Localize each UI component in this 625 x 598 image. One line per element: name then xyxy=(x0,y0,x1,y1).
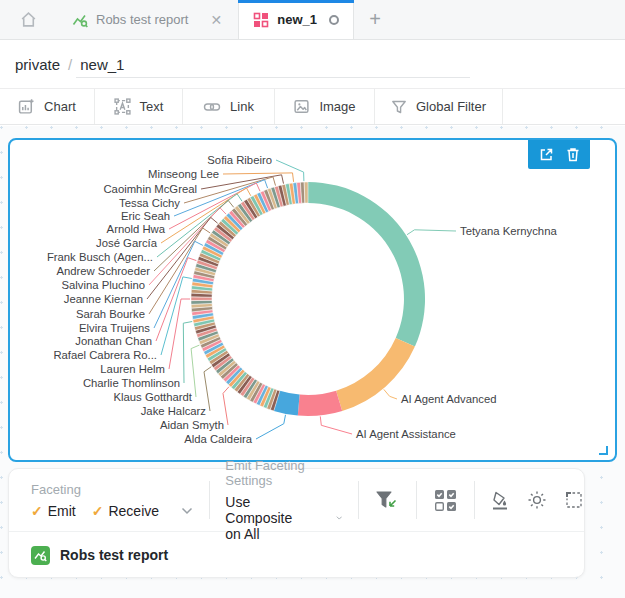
donut-slice[interactable] xyxy=(308,182,425,347)
add-link-button[interactable]: Link xyxy=(183,89,275,124)
style-icon-cluster xyxy=(490,490,584,511)
slice-label: Frank Busch (Agen... xyxy=(47,251,153,263)
label-leader-line xyxy=(256,415,286,439)
emit-settings-title: Emit Faceting Settings xyxy=(225,458,342,488)
fill-color-button[interactable] xyxy=(490,490,510,511)
add-chart-button[interactable]: Chart xyxy=(0,89,95,124)
breadcrumb-folder[interactable]: private xyxy=(15,56,60,73)
title-underline xyxy=(76,77,470,78)
faceting-row: Faceting ✓ Emit ✓ Receive Emit Faceting … xyxy=(9,469,584,531)
report-title-input[interactable]: new_1 xyxy=(80,56,124,73)
label-leader-line xyxy=(276,160,304,181)
slice-label: Caoimhin McGreal xyxy=(103,183,197,195)
slice-label: Elvira Truijens xyxy=(79,322,150,334)
breadcrumb-separator: / xyxy=(68,56,72,73)
tab-label: Robs test report xyxy=(96,12,189,27)
unsaved-indicator-icon xyxy=(329,15,339,25)
slice-label: Jeanne Kiernan xyxy=(64,293,143,305)
chart-add-icon xyxy=(18,98,35,115)
dashboard-canvas: Sofia RibeiroMinseong LeeCaoimhin McGrea… xyxy=(0,126,625,598)
donut-chart: Sofia RibeiroMinseong LeeCaoimhin McGrea… xyxy=(10,140,613,458)
slice-label: Minseong Lee xyxy=(148,168,219,180)
home-icon xyxy=(20,11,37,28)
slice-label: Alda Caldeira xyxy=(184,433,253,445)
filter-emit-icon xyxy=(374,488,400,512)
slice-label: Tessa Cichy xyxy=(119,197,180,209)
fill-color-icon xyxy=(490,490,510,511)
receive-label: Receive xyxy=(108,503,159,519)
breadcrumb: private / new_1 xyxy=(0,40,625,88)
widget-toolbar: Chart Text Link Image Global Filter xyxy=(0,88,625,125)
label-leader-line xyxy=(183,322,192,384)
donut-small-slice[interactable] xyxy=(191,300,212,304)
faceting-receive-toggle[interactable]: ✓ Receive xyxy=(92,503,159,519)
slice-label: Sofia Ribeiro xyxy=(207,154,272,166)
tab-new-1[interactable]: new_1 xyxy=(238,0,354,39)
open-icon[interactable] xyxy=(539,147,554,162)
check-icon: ✓ xyxy=(92,503,104,519)
brightness-button[interactable] xyxy=(527,490,547,510)
check-icon: ✓ xyxy=(31,503,43,519)
donut-slice[interactable] xyxy=(298,391,342,416)
slice-label: Charlie Thomlinson xyxy=(83,377,180,389)
chevron-down-icon xyxy=(336,514,343,522)
new-tab-button[interactable]: + xyxy=(354,0,396,39)
slice-label: AI Agent Advanced xyxy=(401,393,496,405)
tool-label: Link xyxy=(230,99,254,114)
selection-box-button[interactable] xyxy=(564,490,584,510)
tab-label: new_1 xyxy=(277,12,317,27)
toolbar-spacer xyxy=(503,89,625,124)
slice-label: Klaus Gotthardt xyxy=(114,391,193,403)
selection-box-icon xyxy=(564,490,584,510)
label-leader-line xyxy=(407,230,456,235)
tool-label: Image xyxy=(319,99,355,114)
slice-label: Aidan Smyth xyxy=(160,419,224,431)
line-chart-icon xyxy=(72,12,88,28)
chevron-down-icon[interactable] xyxy=(181,507,193,515)
slice-label: José García xyxy=(96,237,158,249)
label-leader-line xyxy=(384,389,397,399)
emit-settings-select[interactable]: Use Composite on All xyxy=(225,494,342,542)
slice-label: Arnold Hwa xyxy=(107,223,166,235)
faceting-emit-toggle[interactable]: ✓ Emit xyxy=(31,503,76,519)
report-chart-icon xyxy=(31,546,50,565)
app-window: { "tabbar": { "tabs": [ { "label": "Robs… xyxy=(0,0,625,598)
emit-settings-value: Use Composite on All xyxy=(225,494,297,542)
dashboard-grid-icon xyxy=(253,12,269,28)
donut-small-slice[interactable] xyxy=(304,182,308,203)
tool-label: Text xyxy=(140,99,164,114)
tool-label: Chart xyxy=(44,99,76,114)
add-global-filter-button[interactable]: Global Filter xyxy=(375,89,503,124)
slice-label: Tetyana Kernychna xyxy=(460,225,557,237)
add-image-button[interactable]: Image xyxy=(275,89,375,124)
label-leader-line xyxy=(320,416,352,434)
home-button[interactable] xyxy=(0,0,56,39)
slice-label: Andrew Schroeder xyxy=(56,265,150,277)
label-leader-line xyxy=(191,345,199,397)
trash-icon[interactable] xyxy=(566,147,580,162)
text-box-icon xyxy=(114,98,131,115)
widget-settings-card: Faceting ✓ Emit ✓ Receive Emit Faceting … xyxy=(8,468,585,578)
brightness-icon xyxy=(527,490,547,510)
label-leader-line xyxy=(169,299,190,369)
widget-action-bar xyxy=(528,140,590,169)
close-tab-icon[interactable]: ✕ xyxy=(211,12,223,28)
tab-bar: Robs test report ✕ new_1 + xyxy=(0,0,625,40)
slice-label: Rafael Cabrera Ro... xyxy=(53,349,157,361)
faceting-title: Faceting xyxy=(31,482,193,497)
filter-icon xyxy=(391,99,407,115)
report-item-label: Robs test report xyxy=(60,547,168,563)
series-checkbox-grid-button[interactable] xyxy=(433,488,458,513)
tool-label: Global Filter xyxy=(416,99,486,114)
slice-label: Eric Seah xyxy=(121,210,170,222)
emit-settings-group: Emit Faceting Settings Use Composite on … xyxy=(225,458,342,542)
link-icon xyxy=(203,98,221,116)
add-text-button[interactable]: Text xyxy=(95,89,183,124)
donut-chart-widget[interactable]: Sofia RibeiroMinseong LeeCaoimhin McGrea… xyxy=(8,138,617,462)
emit-label: Emit xyxy=(48,503,76,519)
faceting-group: Faceting ✓ Emit ✓ Receive xyxy=(31,482,193,519)
tab-robs-test-report[interactable]: Robs test report ✕ xyxy=(56,0,238,39)
slice-label: Jonathan Chan xyxy=(75,335,152,347)
filter-emit-button[interactable] xyxy=(374,488,400,512)
resize-handle[interactable] xyxy=(599,446,608,455)
